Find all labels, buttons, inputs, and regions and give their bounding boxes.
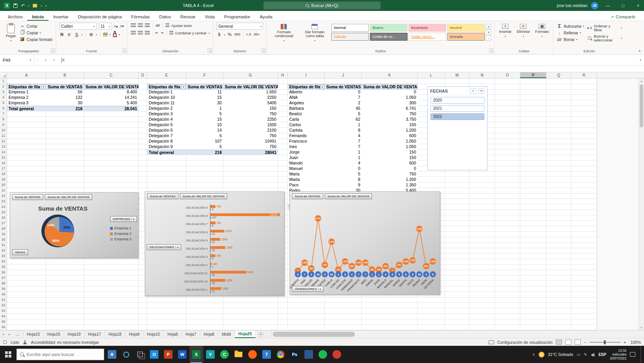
- pivot-value-cell[interactable]: 2250: [223, 95, 278, 100]
- pivot-value-cell[interactable]: 0: [362, 89, 418, 95]
- increase-font-icon[interactable]: A▴: [114, 24, 118, 28]
- save-icon[interactable]: [13, 4, 18, 8]
- taskbar-search-input[interactable]: [27, 352, 101, 357]
- ventas-bar[interactable]: [210, 266, 211, 268]
- pivot-label-cell[interactable]: Carlos: [288, 122, 325, 128]
- ventas-bar[interactable]: [210, 225, 211, 227]
- highlight-color-icon[interactable]: [33, 4, 37, 7]
- pivot-label-cell[interactable]: Juan: [288, 155, 325, 161]
- pivot-value-cell[interactable]: 0: [325, 89, 362, 95]
- decrease-indent-icon[interactable]: ⇤: [156, 31, 159, 35]
- sheet-tab-hoja18[interactable]: Hoja18: [105, 331, 125, 338]
- pivot-label-cell[interactable]: Total general: [147, 150, 186, 155]
- pivot-value-cell[interactable]: 30: [46, 100, 84, 106]
- pivot-label-cell[interactable]: Carla: [288, 117, 325, 122]
- wrap-text-button[interactable]: Ajustar texto: [171, 23, 192, 28]
- copy-button[interactable]: Copiar▾: [20, 30, 52, 36]
- pie-chart-ventas[interactable]: Suma de VENTASSuma de VALOR DE VENTAS Su…: [10, 192, 139, 258]
- column-header-g[interactable]: G: [223, 72, 278, 78]
- row-header-35[interactable]: 35: [0, 265, 7, 270]
- row-header-17[interactable]: 17: [0, 166, 7, 172]
- pivot-value-cell[interactable]: 150: [362, 122, 418, 128]
- legend-item-empresa-2[interactable]: Empresa 2: [110, 231, 132, 236]
- ribbon-tab-inicio[interactable]: Inicio: [27, 13, 48, 21]
- row-header-40[interactable]: 40: [0, 292, 7, 297]
- clear-filter-icon[interactable]: ▽×: [478, 88, 485, 94]
- column-header-b[interactable]: B: [46, 72, 84, 78]
- pivot-label-cell[interactable]: Delegación 8: [147, 139, 186, 144]
- column-header-k[interactable]: K: [362, 72, 418, 78]
- valor-bar[interactable]: [210, 287, 221, 290]
- row-header-15[interactable]: 15: [0, 155, 7, 161]
- sheet-tab-hoja6[interactable]: Hoja6: [164, 331, 182, 338]
- pivot-label-cell[interactable]: Delegación 7: [147, 133, 186, 139]
- pivot-label-cell[interactable]: Empresa 3: [7, 100, 46, 106]
- pivot-value-cell[interactable]: 600: [362, 133, 418, 139]
- filter-dropdown-icon[interactable]: ▾: [181, 85, 186, 89]
- pivot-value-cell[interactable]: 1.200: [362, 128, 418, 133]
- font-name-select[interactable]: Calibri▾: [59, 23, 97, 30]
- row-header-20[interactable]: 20: [0, 182, 7, 188]
- notification-center-icon[interactable]: [630, 352, 635, 357]
- pivot-value-cell[interactable]: 9: [325, 182, 362, 188]
- outlook-icon[interactable]: O: [147, 346, 161, 363]
- ribbon-tab-revisar[interactable]: Revisar: [176, 13, 200, 21]
- powerpoint-icon[interactable]: P: [161, 346, 175, 363]
- pivot-label-cell[interactable]: Total general: [7, 106, 46, 111]
- row-header-33[interactable]: 33: [0, 254, 7, 259]
- gallery-up-icon[interactable]: ▴: [486, 24, 491, 29]
- display-settings-label[interactable]: Configuración de visualización: [497, 340, 553, 345]
- row-header-46[interactable]: 46: [0, 325, 7, 330]
- ribbon-tab-disposicion-de-pagina[interactable]: Disposición de página: [73, 13, 126, 21]
- pivot-label-cell[interactable]: Etiquetas de fila▾: [7, 84, 46, 89]
- conditional-formatting-button[interactable]: Formato condicional▾: [270, 23, 298, 43]
- zoom-in-icon[interactable]: +: [624, 340, 626, 345]
- pivot-label-cell[interactable]: Marta: [288, 177, 325, 182]
- start-button[interactable]: [0, 346, 16, 363]
- sort-filter-button[interactable]: A↓ZOrdenar y filtrar▾: [587, 24, 622, 32]
- pivot-label-cell[interactable]: Carlota: [288, 128, 325, 133]
- row-header-44[interactable]: 44: [0, 314, 7, 319]
- row-header-2[interactable]: 2: [0, 84, 7, 89]
- horizontal-scrollbar[interactable]: [271, 331, 644, 338]
- sheet-tab-hoja16[interactable]: Hoja16: [44, 331, 64, 338]
- style-neutral[interactable]: Neutral: [447, 24, 485, 32]
- pivot-value-cell[interactable]: 1.050: [362, 139, 418, 144]
- filter-dropdown-icon[interactable]: ▾: [41, 85, 46, 89]
- valor-bar[interactable]: [210, 279, 225, 282]
- sheet-nav-left-icon[interactable]: ◂: [0, 331, 6, 338]
- news-widget-icon[interactable]: ☀: [105, 346, 119, 363]
- pivot-value-cell[interactable]: 2250: [223, 117, 278, 122]
- pivot-label-cell[interactable]: Delegación 2: [147, 106, 186, 111]
- fill-color-icon[interactable]: [103, 32, 108, 37]
- valor-bar[interactable]: [210, 213, 280, 216]
- pivot-value-cell[interactable]: 1: [325, 150, 362, 155]
- insert-function-icon[interactable]: fx: [59, 57, 67, 63]
- style-entrada[interactable]: Entrada: [447, 33, 485, 41]
- dialog-launcher-icon[interactable]: ↘: [208, 48, 212, 53]
- slicer-item-2021[interactable]: 2021: [431, 105, 484, 112]
- row-header-34[interactable]: 34: [0, 259, 7, 265]
- pivot-value-cell[interactable]: Suma de VALOR DE VENTAS: [223, 84, 278, 89]
- valor-bar[interactable]: [210, 238, 220, 241]
- column-header-a[interactable]: A: [7, 72, 46, 78]
- pivot-label-cell[interactable]: Empresa 2: [7, 95, 46, 100]
- row-header-21[interactable]: 21: [0, 188, 7, 193]
- sheet-tab-overflow[interactable]: ...: [12, 331, 23, 338]
- pivot-label-cell[interactable]: ANA: [288, 95, 325, 100]
- slicer-item-2020[interactable]: 2020: [431, 97, 484, 104]
- column-header-f[interactable]: F: [186, 72, 223, 78]
- pen-tray-icon[interactable]: ✎: [584, 352, 587, 357]
- pivot-value-cell[interactable]: 62: [325, 117, 362, 122]
- name-box[interactable]: P49▾: [0, 55, 34, 66]
- style-celda-de-co[interactable]: Celda de co...: [370, 33, 407, 41]
- pivot-value-cell[interactable]: 5: [186, 111, 223, 117]
- pivot-value-cell[interactable]: 14.241: [84, 95, 139, 100]
- ribbon-tab-vista[interactable]: Vista: [200, 13, 219, 21]
- delegaciones-filter-button[interactable]: DELEGACIONES▾: [147, 244, 181, 250]
- row-header-42[interactable]: 42: [0, 303, 7, 308]
- wrap-text-icon[interactable]: [165, 23, 169, 27]
- ventas-bar[interactable]: [210, 274, 211, 276]
- customize-qat-icon[interactable]: ▾: [45, 4, 46, 7]
- row-header-10[interactable]: 10: [0, 128, 7, 133]
